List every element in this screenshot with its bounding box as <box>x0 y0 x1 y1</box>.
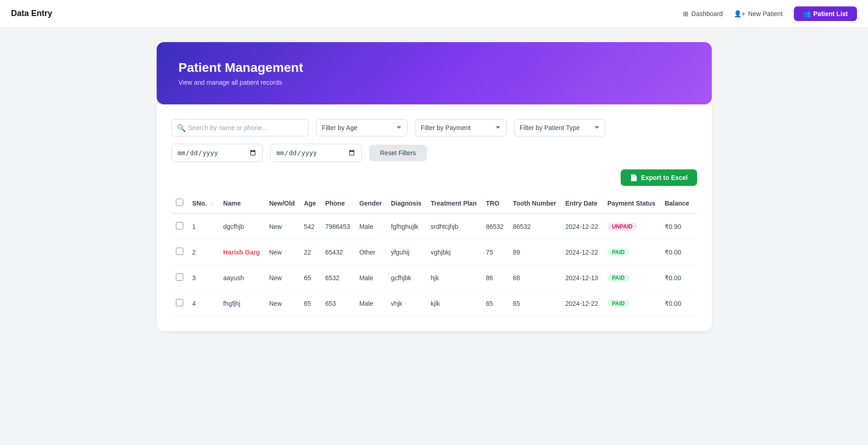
filter-row-1: 🔍 Filter by Age Filter by Payment Filter… <box>171 119 697 136</box>
col-name: Name <box>218 193 264 213</box>
date-to-input[interactable] <box>270 144 362 162</box>
col-gender: Gender <box>355 193 386 213</box>
hero-banner: Patient Management View and manage all p… <box>157 42 712 104</box>
row-diagnosis: vhjk <box>386 291 426 316</box>
new-patient-label: New Patient <box>748 10 782 17</box>
row-age: 65 <box>299 265 320 291</box>
new-patient-link[interactable]: 👤+ New Patient <box>734 10 783 17</box>
table-row: 3 aayush New 65 6532 Male gcfhjbk hjk 86… <box>171 265 697 291</box>
row-phone: 6532 <box>321 265 355 291</box>
row-entry-date: 2024-12-22 <box>561 239 603 265</box>
row-phone: 65432 <box>321 239 355 265</box>
col-new-old: New/Old <box>264 193 299 213</box>
select-all-header[interactable] <box>171 193 188 213</box>
sort-icon-sno: ↑↓ <box>209 201 214 206</box>
main-content: Patient Management View and manage all p… <box>146 27 723 346</box>
table-header-row: SNo. ↑↓ Name New/Old Age Phone Gender Di… <box>171 193 697 213</box>
brand-title: Data Entry <box>11 9 683 18</box>
col-phone: Phone <box>321 193 355 213</box>
row-phone: 7986453 <box>321 213 355 239</box>
filter-patient-type-select[interactable]: Filter by Patient Type <box>514 119 606 136</box>
navbar: Data Entry ⊞ Dashboard 👤+ New Patient 👥 … <box>0 0 868 27</box>
row-new-old: New <box>264 239 299 265</box>
row-balance: ₹0.00 <box>660 291 694 316</box>
row-sno: 2 <box>188 239 219 265</box>
row-diagnosis: gcfhjbk <box>386 265 426 291</box>
row-balance: ₹0.00 <box>660 239 694 265</box>
row-payment-status: UNPAID <box>603 213 660 239</box>
row-entry-date: 2024-12-22 <box>561 291 603 316</box>
export-button[interactable]: 📄 Export to Excel <box>621 169 697 186</box>
patient-list-icon: 👥 <box>803 10 811 17</box>
row-actions: 🗑️ <box>694 265 697 291</box>
row-age: 542 <box>299 213 320 239</box>
col-actions: Actions <box>694 193 697 213</box>
table-row: 1 dgcfhjb New 542 7986453 Male fgfhghujl… <box>171 213 697 239</box>
row-checkbox-cell[interactable] <box>171 213 188 239</box>
table-row: 2 Harish Garg New 22 65432 Other yfguhij… <box>171 239 697 265</box>
row-checkbox-3[interactable] <box>176 299 183 306</box>
table-row: 4 fhgfjhj New 65 653 Male vhjk kjlk 65 6… <box>171 291 697 316</box>
row-checkbox-2[interactable] <box>176 273 183 281</box>
col-age: Age <box>299 193 320 213</box>
row-actions: 🗑️ <box>694 291 697 316</box>
row-checkbox-0[interactable] <box>176 222 183 229</box>
row-name: aayush <box>218 265 264 291</box>
row-payment-status: PAID <box>603 239 660 265</box>
search-icon: 🔍 <box>177 124 186 132</box>
row-tooth-number: 89 <box>508 239 561 265</box>
filter-age-select[interactable]: Filter by Age <box>316 119 408 136</box>
row-gender: Male <box>355 291 386 316</box>
new-patient-icon: 👤+ <box>734 10 745 17</box>
dashboard-link[interactable]: ⊞ Dashboard <box>683 10 723 17</box>
row-tro: 86 <box>481 265 508 291</box>
row-tro: 86532 <box>481 213 508 239</box>
row-payment-status: PAID <box>603 265 660 291</box>
row-name: fhgfjhj <box>218 291 264 316</box>
row-tooth-number: 68 <box>508 265 561 291</box>
payment-status-badge: PAID <box>607 248 629 256</box>
col-payment-status: Payment Status <box>603 193 660 213</box>
payment-status-badge: UNPAID <box>607 222 637 231</box>
row-entry-date: 2024-12-13 <box>561 265 603 291</box>
row-tro: 75 <box>481 239 508 265</box>
row-diagnosis: yfguhij <box>386 239 426 265</box>
row-age: 65 <box>299 291 320 316</box>
filter-payment-select[interactable]: Filter by Payment <box>415 119 507 136</box>
row-checkbox-cell[interactable] <box>171 239 188 265</box>
row-gender: Other <box>355 239 386 265</box>
row-tooth-number: 86532 <box>508 213 561 239</box>
hero-subtitle: View and manage all patient records <box>179 79 690 86</box>
date-from-input[interactable] <box>171 144 263 162</box>
search-input[interactable] <box>171 119 309 136</box>
col-diagnosis: Diagnosis <box>386 193 426 213</box>
patient-list-button[interactable]: 👥 Patient List <box>794 6 857 21</box>
row-name: Harish Garg <box>218 239 264 265</box>
row-treatment-plan: vghjbkj <box>426 239 481 265</box>
row-actions: 🗑️ <box>694 239 697 265</box>
dashboard-icon: ⊞ <box>683 10 688 17</box>
export-label: Export to Excel <box>641 174 688 181</box>
export-icon: 📄 <box>630 174 638 181</box>
col-sno[interactable]: SNo. ↑↓ <box>188 193 219 213</box>
row-tro: 65 <box>481 291 508 316</box>
row-checkbox-cell[interactable] <box>171 265 188 291</box>
col-treatment-plan: Treatment Plan <box>426 193 481 213</box>
row-tooth-number: 65 <box>508 291 561 316</box>
patient-table-wrapper: SNo. ↑↓ Name New/Old Age Phone Gender Di… <box>171 193 697 316</box>
row-checkbox-1[interactable] <box>176 248 183 255</box>
row-phone: 653 <box>321 291 355 316</box>
row-sno: 4 <box>188 291 219 316</box>
payment-status-badge: PAID <box>607 274 629 282</box>
row-name: dgcfhjb <box>218 213 264 239</box>
select-all-checkbox[interactable] <box>176 199 183 206</box>
row-sno: 1 <box>188 213 219 239</box>
export-row: 📄 Export to Excel <box>171 169 697 186</box>
col-balance: Balance <box>660 193 694 213</box>
row-checkbox-cell[interactable] <box>171 291 188 316</box>
reset-filters-button[interactable]: Reset Filters <box>369 145 427 161</box>
row-balance: ₹0.00 <box>660 265 694 291</box>
row-gender: Male <box>355 265 386 291</box>
main-card: 🔍 Filter by Age Filter by Payment Filter… <box>157 104 712 331</box>
row-treatment-plan: kjlk <box>426 291 481 316</box>
